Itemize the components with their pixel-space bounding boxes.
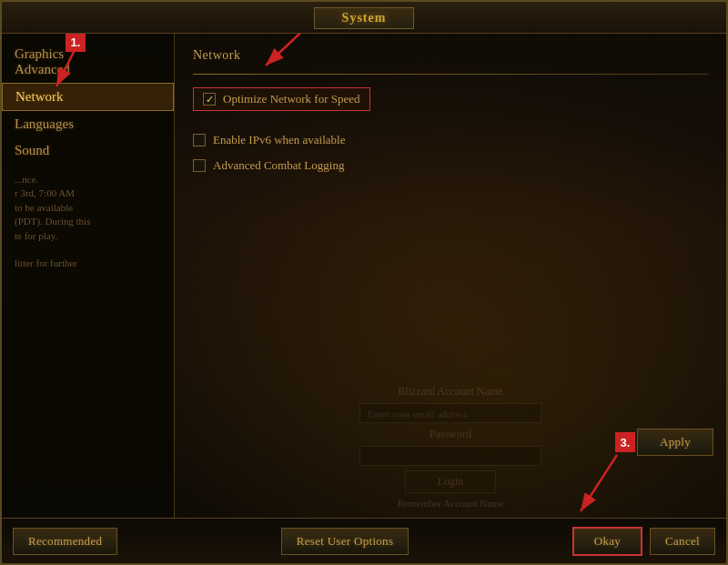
- section-divider: [193, 74, 708, 75]
- system-settings-window: System 1. Graphics Advanced: [0, 0, 728, 565]
- advanced-combat-label: Advanced Combat Logging: [213, 158, 344, 173]
- section-title-network: Network: [193, 48, 708, 63]
- right-panel: 2. Network Optimize Network for Speed: [175, 34, 726, 518]
- enable-ipv6-row[interactable]: Enable IPv6 when available: [193, 133, 708, 147]
- optimize-network-label: Optimize Network for Speed: [223, 92, 360, 106]
- advanced-combat-checkbox[interactable]: [193, 159, 206, 172]
- title-bar: System: [2, 2, 726, 34]
- optimize-network-checkbox[interactable]: [203, 93, 216, 106]
- sidebar-item-sound[interactable]: Sound: [2, 137, 174, 164]
- sidebar-item-graphics-advanced[interactable]: Graphics Advanced: [2, 41, 174, 83]
- remember-label: Remember Account Name: [398, 498, 504, 509]
- account-input-bg: Enter your email address: [359, 403, 541, 423]
- bottom-center-buttons: Reset User Options: [281, 528, 410, 555]
- bottom-bar: 3. Recommended Reset User Options Okay C…: [2, 518, 726, 563]
- enable-ipv6-checkbox[interactable]: [193, 134, 206, 146]
- advanced-combat-row[interactable]: Advanced Combat Logging: [193, 158, 708, 173]
- optimize-network-row[interactable]: Optimize Network for Speed: [193, 87, 370, 111]
- sidebar-item-languages[interactable]: Languages: [2, 111, 174, 137]
- sidebar-item-network[interactable]: Network: [2, 83, 174, 111]
- account-label: Blizzard Account Name: [398, 385, 502, 399]
- reset-user-options-button[interactable]: Reset User Options: [281, 528, 410, 555]
- main-content: 1. Graphics Advanced Network Languages: [2, 34, 726, 518]
- enable-ipv6-label: Enable IPv6 when available: [213, 133, 345, 147]
- bottom-right-buttons: Okay Cancel: [572, 527, 715, 556]
- sidebar-text-content: ...nce.r 3rd, 7:00 AMto be available(PDT…: [2, 164, 174, 280]
- window-title: System: [314, 7, 415, 29]
- recommended-button[interactable]: Recommended: [13, 528, 117, 555]
- password-input-bg: [359, 446, 541, 466]
- bottom-left-buttons: Recommended: [13, 528, 117, 555]
- okay-button[interactable]: Okay: [572, 527, 642, 556]
- apply-button-area: Apply: [637, 429, 713, 456]
- apply-button[interactable]: Apply: [637, 429, 713, 456]
- password-label: Password: [430, 428, 471, 441]
- sidebar: 1. Graphics Advanced Network Languages: [2, 34, 175, 518]
- cancel-button[interactable]: Cancel: [650, 528, 715, 555]
- login-btn-bg: Login: [405, 470, 496, 493]
